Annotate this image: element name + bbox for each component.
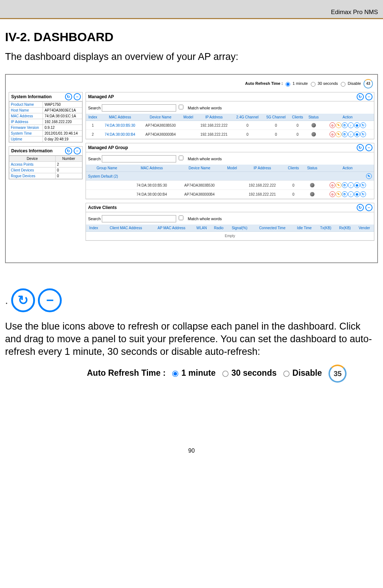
blink-icon[interactable]: B: [342, 122, 348, 128]
col-device-name: Device Name: [140, 114, 181, 121]
table-row: Host NameAP74DA3803EC1A: [9, 108, 82, 113]
buzzer-icon[interactable]: ♪: [348, 182, 354, 188]
table-row: Uptime0 day 20:48:19: [9, 136, 82, 142]
auto-refresh-fig-label: Auto Refresh Time :: [87, 368, 166, 378]
status-cell: [306, 121, 321, 130]
key-cell: Uptime: [9, 136, 43, 142]
blink-icon[interactable]: B: [342, 191, 348, 197]
col-signal: Signal(%): [227, 225, 252, 232]
table-row[interactable]: 74:DA:38:00:00:B4AP74DA380000B4192.168.2…: [86, 190, 374, 199]
refresh-icon[interactable]: [357, 204, 364, 211]
edit-icon[interactable]: ✎: [366, 173, 372, 179]
key-cell: System Time: [9, 131, 43, 136]
dashboard-screenshot: Auto Refresh Time : 1 minute 30 seconds …: [5, 74, 378, 263]
bullet-dot: .: [5, 294, 8, 306]
buzzer-icon[interactable]: ♪: [348, 131, 354, 137]
reboot-icon[interactable]: ↻: [360, 122, 366, 128]
col-clients: Clients: [290, 114, 306, 121]
refresh-opt-30s-fig[interactable]: [222, 371, 229, 377]
col-index: Index: [86, 114, 100, 121]
body-paragraph: Use the blue icons above to refresh or c…: [5, 320, 378, 358]
key-cell: Host Name: [9, 108, 43, 113]
match-whole-words-checkbox[interactable]: [179, 156, 183, 160]
table-row[interactable]: 274:DA:38:00:00:B4AP74DA380000B4192.168.…: [86, 130, 374, 139]
refresh-opt-1min-fig[interactable]: [172, 371, 178, 377]
edit-icon[interactable]: ✎: [336, 182, 341, 188]
active-clients-search-input[interactable]: [102, 215, 176, 222]
status-dot-icon: [312, 123, 316, 127]
group-header-row[interactable]: System Default (2) ✎: [86, 172, 374, 181]
value-cell: 2: [55, 162, 82, 167]
status-dot-icon: [310, 183, 314, 187]
collapse-icon[interactable]: [365, 204, 373, 211]
managed-ap-search-input[interactable]: [102, 104, 176, 112]
network-icon[interactable]: ◉: [354, 122, 360, 128]
key-cell: IP Address: [9, 119, 43, 125]
col-radio: Radio: [210, 225, 227, 232]
disallow-icon[interactable]: ⦸: [330, 191, 335, 197]
search-label: Search: [88, 106, 101, 110]
refresh-icon[interactable]: [65, 93, 72, 100]
collapse-icon[interactable]: [365, 93, 373, 100]
collapse-icon[interactable]: [74, 93, 81, 100]
blink-icon[interactable]: B: [342, 131, 348, 137]
collapse-icon[interactable]: [74, 147, 81, 154]
network-icon[interactable]: ◉: [354, 191, 360, 197]
managed-ap-group-search-input[interactable]: [102, 155, 176, 162]
disallow-icon[interactable]: ⦸: [330, 131, 335, 137]
refresh-opt-1min[interactable]: [286, 82, 290, 87]
action-cell: ⦸✎B♪◉↻: [321, 181, 374, 190]
edit-icon[interactable]: ✎: [336, 131, 341, 137]
managed-ap-title: Managed AP: [88, 94, 114, 99]
buzzer-icon[interactable]: ♪: [348, 191, 354, 197]
match-whole-words-checkbox[interactable]: [179, 105, 183, 109]
refresh-opt-30s[interactable]: [311, 82, 315, 87]
col-tx: Tx(KB): [316, 225, 335, 232]
model-cell: [181, 121, 196, 130]
network-icon[interactable]: ◉: [354, 131, 360, 137]
disallow-icon[interactable]: ⦸: [330, 182, 335, 188]
col-group: Group Name: [86, 165, 128, 172]
reboot-icon[interactable]: ↻: [360, 131, 366, 137]
empty-cell: Empty: [86, 232, 374, 240]
managed-ap-group-title: Managed AP Group: [88, 145, 128, 150]
edit-icon[interactable]: ✎: [336, 191, 341, 197]
reboot-icon[interactable]: ↻: [360, 182, 366, 188]
status-cell: [303, 181, 321, 190]
reboot-icon[interactable]: ↻: [360, 191, 366, 197]
match-whole-words-label: Match whole words: [188, 217, 222, 221]
device-name-cell: AP74DA3803B530: [176, 181, 223, 190]
refresh-opt-disable-fig[interactable]: [283, 371, 290, 377]
mac-cell: 74:DA:38:03:B5:30: [100, 121, 140, 130]
refresh-icon[interactable]: [357, 144, 364, 151]
mac-cell: 74:DA:38:03:B5:30: [128, 181, 176, 190]
disallow-icon[interactable]: ⦸: [330, 122, 335, 128]
group-name-cell: System Default (2): [86, 172, 321, 181]
group-cell: [86, 181, 128, 190]
table-row: Rogue Devices0: [9, 173, 82, 179]
ip-cell: 192.168.222.221: [196, 130, 232, 139]
edit-icon[interactable]: ✎: [336, 122, 341, 128]
system-info-title: System Information: [11, 94, 52, 99]
refresh-icon[interactable]: [65, 147, 72, 154]
status-cell: [303, 190, 321, 199]
buzzer-icon[interactable]: ♪: [348, 122, 354, 128]
refresh-opt-disable[interactable]: [341, 82, 345, 87]
match-whole-words-checkbox[interactable]: [179, 215, 183, 220]
index-cell: 2: [86, 130, 100, 139]
col-ap-mac: AP MAC Address: [150, 225, 193, 232]
table-row[interactable]: 174:DA:38:03:B5:30AP74DA3803B530192.168.…: [86, 121, 374, 130]
network-icon[interactable]: ◉: [354, 182, 360, 188]
collapse-icon[interactable]: [365, 144, 373, 151]
devices-info-panel: Devices Information Device Number Access…: [9, 146, 83, 179]
refresh-icon[interactable]: [357, 93, 364, 100]
col-connected-time: Connected Time: [252, 225, 293, 232]
auto-refresh-label: Auto Refresh Time :: [245, 81, 283, 86]
refresh-countdown-fig: 35: [328, 365, 347, 383]
search-label: Search: [88, 217, 101, 221]
key-cell: Product Name: [9, 102, 43, 108]
blink-icon[interactable]: B: [342, 182, 348, 188]
refresh-opt-disable-fig-label: Disable: [292, 368, 322, 378]
table-row[interactable]: 74:DA:38:03:B5:30AP74DA3803B530192.168.2…: [86, 181, 374, 190]
col-device: Device: [9, 156, 56, 162]
